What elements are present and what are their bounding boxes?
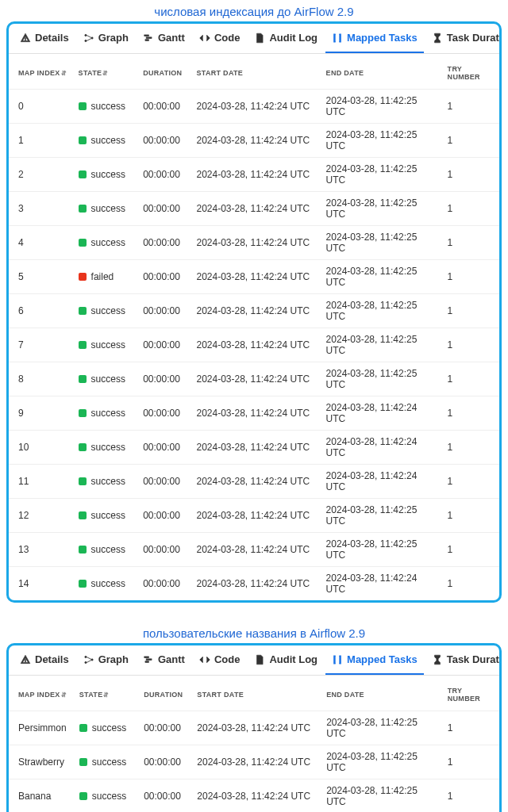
table-row[interactable]: 11success00:00:002024-03-28, 11:42:24 UT… [9, 465, 499, 499]
state-label: success [91, 476, 125, 487]
cell-state: success [74, 567, 139, 601]
warning-icon [20, 654, 31, 665]
hourglass-icon [432, 33, 443, 44]
table-row[interactable]: 10success00:00:002024-03-28, 11:42:24 UT… [9, 431, 499, 465]
cell-duration: 00:00:00 [138, 362, 191, 396]
cell-start-date: 2024-03-28, 11:42:24 UTC [191, 533, 321, 567]
cell-try-number: 1 [443, 711, 499, 745]
col-header-end-date[interactable]: END DATE [321, 676, 443, 711]
svg-point-7 [84, 661, 86, 663]
cell-duration: 00:00:00 [138, 192, 191, 226]
cell-start-date: 2024-03-28, 11:42:24 UTC [192, 711, 321, 745]
cell-map-index: 2 [9, 158, 74, 192]
cell-try-number: 1 [443, 567, 499, 601]
table-row[interactable]: 4success00:00:002024-03-28, 11:42:24 UTC… [9, 226, 499, 260]
mapped-tasks-table: MAP INDEX⇵ STATE⇵ DURATION START DATE EN… [9, 676, 499, 812]
table-row[interactable]: 9success00:00:002024-03-28, 11:42:24 UTC… [9, 396, 499, 431]
cell-state: success [74, 465, 139, 499]
tab-gantt[interactable]: Gantt [137, 645, 191, 675]
col-header-state[interactable]: STATE⇵ [75, 676, 139, 711]
tab-label: Task Duration [447, 653, 502, 665]
cell-map-index: Banana [9, 779, 75, 813]
state-indicator-icon [79, 170, 87, 178]
table-row[interactable]: Strawberrysuccess00:00:002024-03-28, 11:… [9, 745, 499, 779]
tab-graph[interactable]: Graph [77, 645, 135, 675]
tab-code[interactable]: Code [193, 24, 247, 53]
tab-label: Audit Log [269, 32, 318, 44]
tab-details[interactable]: Details [13, 24, 75, 53]
cell-duration: 00:00:00 [138, 328, 191, 362]
table-row[interactable]: 14success00:00:002024-03-28, 11:42:24 UT… [9, 567, 499, 601]
cell-try-number: 1 [443, 431, 499, 465]
table-row[interactable]: 3success00:00:002024-03-28, 11:42:24 UTC… [9, 192, 499, 226]
col-header-map-index[interactable]: MAP INDEX⇵ [9, 54, 74, 90]
tab-label: Task Duration [447, 32, 502, 44]
state-label: success [91, 373, 125, 385]
gantt-icon [143, 33, 154, 44]
table-row[interactable]: 12success00:00:002024-03-28, 11:42:24 UT… [9, 499, 499, 533]
table-row[interactable]: Persimmonsuccess00:00:002024-03-28, 11:4… [9, 711, 499, 745]
state-label: success [91, 135, 125, 146]
table-row[interactable]: 1success00:00:002024-03-28, 11:42:24 UTC… [9, 124, 499, 158]
table-row[interactable]: 0success00:00:002024-03-28, 11:42:24 UTC… [9, 90, 499, 124]
table-row[interactable]: Bananasuccess00:00:002024-03-28, 11:42:2… [9, 779, 499, 813]
cell-end-date: 2024-03-28, 11:42:25 UTC [321, 499, 443, 533]
state-indicator-icon [79, 205, 87, 213]
table-row[interactable]: 7success00:00:002024-03-28, 11:42:24 UTC… [9, 328, 499, 362]
state-indicator-icon [79, 511, 87, 519]
table-row[interactable]: 6success00:00:002024-03-28, 11:42:24 UTC… [9, 294, 499, 328]
cell-map-index: 13 [9, 533, 74, 567]
cell-try-number: 1 [443, 465, 499, 499]
cell-start-date: 2024-03-28, 11:42:24 UTC [192, 745, 321, 779]
caption-before: числовая индексация до AirFlow 2.9 [0, 0, 508, 21]
svg-rect-10 [146, 658, 152, 660]
table-row[interactable]: 8success00:00:002024-03-28, 11:42:24 UTC… [9, 362, 499, 396]
cell-end-date: 2024-03-28, 11:42:24 UTC [321, 465, 443, 499]
tab-mapped-tasks[interactable]: Mapped Tasks [325, 645, 424, 675]
cell-state: success [74, 396, 139, 431]
tab-label: Gantt [158, 653, 185, 665]
state-label: success [92, 791, 126, 802]
col-header-start-date[interactable]: START DATE [191, 54, 321, 90]
col-header-try-number[interactable]: TRY NUMBER [443, 54, 499, 90]
state-indicator-icon [79, 341, 87, 349]
cell-start-date: 2024-03-28, 11:42:24 UTC [191, 431, 321, 465]
tab-audit-log[interactable]: Audit Log [248, 645, 324, 675]
col-header-try-number[interactable]: TRY NUMBER [443, 676, 499, 711]
col-header-end-date[interactable]: END DATE [321, 54, 443, 90]
sort-icon: ⇵ [61, 691, 67, 699]
cell-map-index: 8 [9, 362, 74, 396]
tab-audit-log[interactable]: Audit Log [248, 24, 324, 53]
col-header-state[interactable]: STATE⇵ [74, 54, 139, 90]
tab-details[interactable]: Details [13, 645, 75, 675]
cell-try-number: 1 [443, 328, 499, 362]
tab-mapped-tasks[interactable]: Mapped Tasks [325, 24, 424, 53]
cell-duration: 00:00:00 [138, 431, 191, 465]
table-row[interactable]: 5failed00:00:002024-03-28, 11:42:24 UTC2… [9, 260, 499, 294]
sort-icon: ⇵ [103, 691, 109, 699]
svg-rect-11 [145, 661, 149, 662]
tab-task-duration[interactable]: Task Duration [425, 24, 502, 53]
tab-task-duration[interactable]: Task Duration [425, 645, 502, 675]
cell-try-number: 1 [443, 499, 499, 533]
cell-end-date: 2024-03-28, 11:42:24 UTC [321, 567, 443, 601]
svg-rect-4 [146, 36, 152, 38]
svg-point-0 [84, 34, 86, 36]
tab-graph[interactable]: Graph [77, 24, 135, 53]
table-row[interactable]: 13success00:00:002024-03-28, 11:42:24 UT… [9, 533, 499, 567]
gantt-icon [143, 654, 154, 665]
tab-code[interactable]: Code [193, 645, 247, 675]
table-row[interactable]: 2success00:00:002024-03-28, 11:42:24 UTC… [9, 158, 499, 192]
col-header-duration[interactable]: DURATION [139, 676, 192, 711]
col-header-start-date[interactable]: START DATE [192, 676, 321, 711]
state-indicator-icon [79, 239, 87, 247]
cell-try-number: 1 [443, 362, 499, 396]
tab-gantt[interactable]: Gantt [137, 24, 191, 53]
cell-state: success [74, 499, 139, 533]
col-header-duration[interactable]: DURATION [138, 54, 191, 90]
cell-end-date: 2024-03-28, 11:42:25 UTC [321, 90, 443, 124]
state-label: success [91, 510, 125, 521]
cell-duration: 00:00:00 [138, 567, 191, 601]
cell-end-date: 2024-03-28, 11:42:24 UTC [321, 431, 443, 465]
col-header-map-index[interactable]: MAP INDEX⇵ [9, 676, 75, 711]
